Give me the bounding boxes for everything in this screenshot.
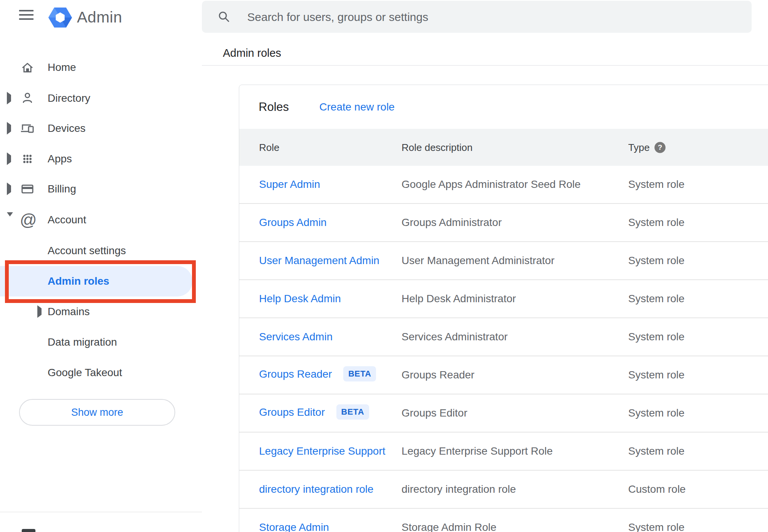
role-description: Groups Editor	[402, 407, 467, 419]
sidebar-item-label: Google Takeout	[48, 367, 122, 379]
home-icon	[20, 60, 35, 75]
roles-title: Roles	[259, 100, 289, 114]
sidebar-item-google-takeout[interactable]: Google Takeout	[0, 357, 202, 388]
role-type: Custom role	[628, 483, 686, 495]
brand-title: Admin	[77, 8, 122, 26]
beta-badge: BETA	[343, 366, 376, 381]
menu-icon[interactable]	[19, 10, 34, 21]
sidebar-item-home[interactable]: Home	[0, 52, 202, 83]
role-link[interactable]: Help Desk Admin	[259, 293, 341, 304]
sidebar-item-label: Billing	[48, 183, 76, 195]
role-link[interactable]: Super Admin	[259, 178, 320, 190]
chevron-right-icon[interactable]	[7, 125, 11, 132]
role-description: directory integration role	[402, 483, 516, 495]
role-description: Groups Reader	[402, 369, 474, 381]
role-type: System role	[628, 369, 685, 381]
table-row: Services Admin Services Administrator Sy…	[239, 317, 768, 356]
sidebar-item-label: Apps	[48, 153, 72, 165]
table-row: Groups Reader BETA Groups Reader System …	[239, 356, 768, 394]
role-description: Services Administrator	[402, 331, 508, 343]
admin-console-screen: Admin Home Directory	[0, 0, 768, 532]
role-link[interactable]: Services Admin	[259, 331, 333, 343]
sidebar-item-label: Domains	[48, 306, 90, 318]
table-row: Groups Admin Groups Administrator System…	[239, 203, 768, 241]
role-link[interactable]: directory integration role	[259, 483, 373, 495]
sidebar-item-admin-roles[interactable]: Admin roles	[0, 266, 192, 296]
help-icon[interactable]: ?	[654, 142, 666, 153]
sidebar-item-label: Admin roles	[48, 275, 109, 287]
sidebar-item-label: Account settings	[48, 245, 126, 257]
chevron-right-icon[interactable]	[7, 186, 11, 192]
role-type: System role	[628, 445, 685, 457]
show-more-button[interactable]: Show more	[19, 399, 175, 426]
role-description: Groups Administrator	[402, 216, 502, 229]
chevron-right-icon[interactable]	[37, 308, 42, 315]
sidebar-item-label: Directory	[48, 92, 90, 104]
role-description: Help Desk Administrator	[402, 293, 516, 305]
role-description: Storage Admin Role	[402, 521, 496, 532]
role-link[interactable]: Groups Reader	[259, 368, 332, 380]
role-link[interactable]: Groups Editor	[259, 406, 325, 418]
role-type: System role	[628, 216, 685, 229]
role-type: System role	[628, 255, 685, 267]
table-row: Super Admin Google Apps Administrator Se…	[239, 166, 768, 203]
role-description: Legacy Enterprise Support Role	[402, 445, 553, 457]
role-link[interactable]: Legacy Enterprise Support	[259, 445, 386, 457]
create-new-role-link[interactable]: Create new role	[319, 101, 395, 113]
partial-bottom-icon	[22, 529, 35, 532]
role-type: System role	[628, 521, 685, 532]
table-row: Legacy Enterprise Support Legacy Enterpr…	[239, 432, 768, 470]
sidebar-item-apps[interactable]: Apps	[0, 144, 202, 174]
search-icon	[217, 10, 231, 24]
search-input[interactable]	[246, 1, 736, 34]
role-link[interactable]: User Management Admin	[259, 255, 379, 266]
role-link[interactable]: Storage Admin	[259, 521, 329, 532]
admin-logo-icon	[48, 6, 72, 30]
role-type: System role	[628, 293, 685, 305]
sidebar-item-account-settings[interactable]: Account settings	[0, 236, 202, 266]
chevron-down-icon[interactable]	[7, 216, 13, 223]
table-header-row: Role Role description Type ?	[239, 129, 768, 166]
role-description: User Management Administrator	[402, 255, 555, 267]
sidebar-item-directory[interactable]: Directory	[0, 83, 202, 114]
sidebar-item-data-migration[interactable]: Data migration	[0, 327, 202, 357]
roles-card-header: Roles Create new role	[239, 85, 768, 129]
person-icon	[20, 91, 35, 106]
beta-badge: BETA	[336, 404, 369, 420]
sidebar-item-devices[interactable]: Devices	[0, 113, 202, 144]
sidebar-item-billing[interactable]: Billing	[0, 174, 202, 204]
column-header-role: Role	[259, 141, 279, 153]
sidebar-footer-divider	[0, 512, 202, 512]
role-link[interactable]: Groups Admin	[259, 216, 326, 228]
column-header-type: Type	[628, 141, 650, 153]
table-row: Help Desk Admin Help Desk Administrator …	[239, 279, 768, 317]
at-sign-icon: @	[20, 212, 35, 228]
apps-grid-icon	[20, 151, 35, 167]
table-row: User Management Admin User Management Ad…	[239, 241, 768, 279]
search-bar[interactable]	[202, 1, 752, 33]
role-type: System role	[628, 331, 685, 343]
show-more-label: Show more	[71, 407, 123, 418]
sidebar-item-account[interactable]: @ Account	[0, 205, 202, 235]
chevron-right-icon[interactable]	[7, 155, 11, 162]
sidebar-item-label: Data migration	[48, 336, 117, 348]
role-description: Google Apps Administrator Seed Role	[402, 178, 581, 191]
table-row: Groups Editor BETA Groups Editor System …	[239, 394, 768, 432]
role-type: System role	[628, 407, 685, 419]
column-header-description: Role description	[402, 141, 472, 153]
sidebar-item-label: Home	[48, 61, 76, 74]
devices-icon	[20, 121, 35, 136]
table-row: directory integration role directory int…	[239, 470, 768, 508]
sidebar-item-label: Devices	[48, 122, 86, 135]
table-row: Storage Admin Storage Admin Role System …	[239, 508, 768, 532]
credit-card-icon	[20, 181, 35, 197]
sidebar-item-label: Account	[48, 214, 86, 226]
sidebar-item-domains[interactable]: Domains	[0, 296, 202, 327]
breadcrumb: Admin roles	[223, 47, 281, 59]
roles-card: Roles Create new role Role Role descript…	[239, 85, 768, 532]
chevron-right-icon[interactable]	[7, 95, 11, 102]
role-type: System role	[628, 178, 685, 191]
header-divider	[202, 65, 768, 66]
